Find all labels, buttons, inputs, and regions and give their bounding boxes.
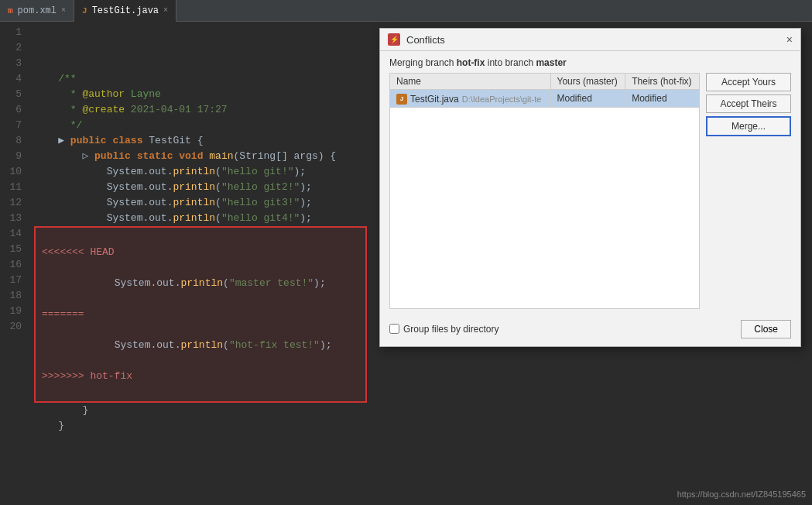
col-yours: Yours (master) bbox=[550, 74, 625, 90]
merge-button[interactable]: Merge... bbox=[706, 116, 791, 136]
group-checkbox-input[interactable] bbox=[389, 324, 399, 334]
theirs-cell: Modified bbox=[625, 90, 700, 108]
subtitle-mid: into branch bbox=[485, 57, 536, 68]
file-path: D:\IdeaProjects\git-te bbox=[462, 94, 542, 104]
java-file-icon: J bbox=[396, 94, 407, 105]
dialog-title-text: Conflicts bbox=[406, 34, 445, 46]
java-tab-icon: J bbox=[82, 6, 87, 15]
group-checkbox-label: Group files by directory bbox=[403, 324, 499, 335]
accept-yours-button[interactable]: Accept Yours bbox=[706, 73, 791, 91]
tab-pom[interactable]: m pom.xml × bbox=[0, 0, 74, 22]
tab-bar: m pom.xml × J TestGit.java × bbox=[0, 0, 812, 22]
file-icon: J TestGit.java D:\IdeaProjects\git-te bbox=[396, 94, 541, 105]
table-empty-space bbox=[389, 108, 700, 309]
dialog-title-icon: ⚡ bbox=[388, 33, 400, 46]
close-button[interactable]: Close bbox=[741, 320, 791, 338]
conflicts-table-area: Name Yours (master) Theirs (hot-fix) J T… bbox=[389, 73, 700, 309]
dialog-body: Name Yours (master) Theirs (hot-fix) J T… bbox=[380, 73, 800, 315]
tab-testgit[interactable]: J TestGit.java × bbox=[74, 0, 176, 22]
tab-testgit-label: TestGit.java bbox=[92, 5, 159, 16]
table-row[interactable]: J TestGit.java D:\IdeaProjects\git-te Mo… bbox=[390, 90, 700, 108]
tab-testgit-close[interactable]: × bbox=[163, 6, 168, 15]
group-by-directory-checkbox[interactable]: Group files by directory bbox=[389, 324, 499, 335]
branch-to: master bbox=[536, 57, 566, 68]
file-name: TestGit.java bbox=[410, 94, 459, 105]
pom-icon: m bbox=[8, 6, 13, 15]
dialog-close-button[interactable]: × bbox=[786, 34, 793, 45]
subtitle-pre: Merging branch bbox=[389, 57, 457, 68]
dialog-footer: Group files by directory Close bbox=[380, 315, 800, 346]
dialog-titlebar: ⚡ Conflicts × bbox=[380, 29, 800, 51]
watermark: https://blog.csdn.net/IZ845195465 bbox=[677, 490, 806, 499]
file-cell: J TestGit.java D:\IdeaProjects\git-te bbox=[390, 90, 551, 108]
yours-cell: Modified bbox=[550, 90, 625, 108]
line-numbers: 1 2 3 4 5 6 7 8 9 10 11 12 13 14 15 16 1… bbox=[0, 25, 28, 505]
dialog-action-buttons: Accept Yours Accept Theirs Merge... bbox=[706, 73, 791, 309]
tab-pom-close[interactable]: × bbox=[61, 6, 66, 15]
col-name: Name bbox=[390, 74, 551, 90]
col-theirs: Theirs (hot-fix) bbox=[625, 74, 700, 90]
dialog-subtitle: Merging branch hot-fix into branch maste… bbox=[380, 51, 800, 73]
conflicts-dialog: ⚡ Conflicts × Merging branch hot-fix int… bbox=[379, 28, 801, 347]
dialog-title: ⚡ Conflicts bbox=[388, 33, 445, 46]
conflicts-table: Name Yours (master) Theirs (hot-fix) J T… bbox=[389, 73, 700, 108]
accept-theirs-button[interactable]: Accept Theirs bbox=[706, 94, 791, 113]
branch-from: hot-fix bbox=[457, 57, 485, 68]
tab-pom-label: pom.xml bbox=[18, 5, 57, 16]
